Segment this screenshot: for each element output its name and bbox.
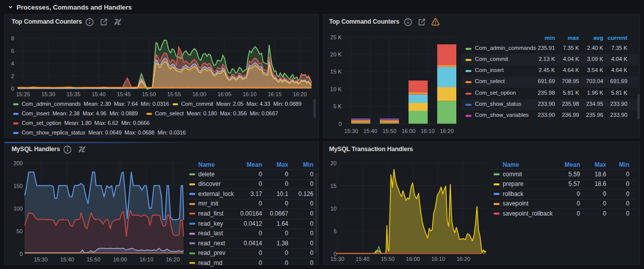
svg-text:25 K: 25 K xyxy=(330,34,342,40)
svg-text:20 K: 20 K xyxy=(330,51,342,57)
svg-text:16:10: 16:10 xyxy=(431,256,445,262)
svg-text:15:30: 15:30 xyxy=(41,91,55,97)
svg-text:15:40: 15:40 xyxy=(60,256,74,262)
svg-text:0: 0 xyxy=(20,251,23,257)
svg-text:15:40: 15:40 xyxy=(363,128,377,134)
svg-text:16:10: 16:10 xyxy=(421,128,435,134)
svg-text:100: 100 xyxy=(14,206,23,212)
svg-text:15 K: 15 K xyxy=(330,69,342,75)
svg-text:16:20: 16:20 xyxy=(440,128,454,134)
svg-text:15: 15 xyxy=(331,183,337,189)
svg-text:16:00: 16:00 xyxy=(192,91,206,97)
svg-text:15:35: 15:35 xyxy=(66,91,80,97)
svg-text:15:30: 15:30 xyxy=(34,256,48,262)
svg-text:6: 6 xyxy=(11,48,14,54)
svg-text:16:20: 16:20 xyxy=(166,256,180,262)
svg-text:15:50: 15:50 xyxy=(381,256,395,262)
svg-text:200: 200 xyxy=(14,160,23,166)
svg-text:8: 8 xyxy=(11,35,14,41)
svg-text:5: 5 xyxy=(334,228,337,234)
svg-text:15:25: 15:25 xyxy=(16,91,30,97)
svg-text:0: 0 xyxy=(339,121,342,127)
svg-text:10 K: 10 K xyxy=(330,86,342,92)
svg-text:15:40: 15:40 xyxy=(356,256,370,262)
svg-text:16:00: 16:00 xyxy=(113,256,127,262)
svg-text:15:30: 15:30 xyxy=(344,128,358,134)
svg-text:15:50: 15:50 xyxy=(382,128,396,134)
svg-text:15:30: 15:30 xyxy=(331,256,345,262)
svg-text:15:40: 15:40 xyxy=(92,91,106,97)
svg-text:150: 150 xyxy=(14,183,23,189)
svg-text:10: 10 xyxy=(331,206,337,212)
svg-text:16:10: 16:10 xyxy=(243,91,257,97)
svg-text:16:15: 16:15 xyxy=(268,91,282,97)
svg-text:16:05: 16:05 xyxy=(217,91,231,97)
svg-text:50: 50 xyxy=(17,228,23,234)
svg-text:4: 4 xyxy=(11,60,14,66)
svg-text:20: 20 xyxy=(331,160,337,166)
svg-text:16:20: 16:20 xyxy=(456,256,470,262)
svg-text:15:50: 15:50 xyxy=(142,91,156,97)
svg-text:5 K: 5 K xyxy=(333,103,342,109)
svg-text:16:00: 16:00 xyxy=(401,128,416,134)
svg-text:16:10: 16:10 xyxy=(139,256,153,262)
svg-text:16:20: 16:20 xyxy=(293,91,307,97)
svg-text:2: 2 xyxy=(11,73,14,79)
svg-text:15:45: 15:45 xyxy=(117,91,131,97)
svg-text:15:50: 15:50 xyxy=(87,256,101,262)
svg-text:16:00: 16:00 xyxy=(406,256,420,262)
svg-text:0: 0 xyxy=(11,86,14,92)
svg-text:15:55: 15:55 xyxy=(167,91,181,97)
